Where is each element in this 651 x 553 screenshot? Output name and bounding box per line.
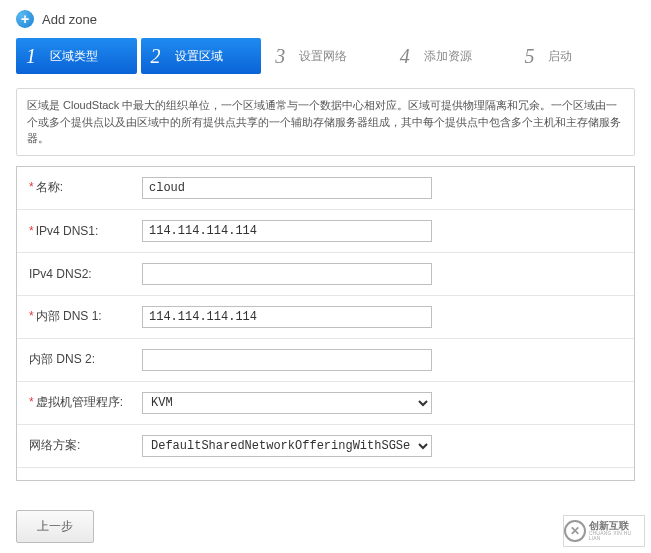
watermark-badge: ✕ 创新互联 CHUANG XIN HU LIAN	[563, 515, 645, 547]
row-ipv4-dns1: *IPv4 DNS1:	[17, 210, 634, 253]
row-hypervisor: *虚拟机管理程序: KVM	[17, 382, 634, 425]
required-marker: *	[29, 309, 34, 323]
input-internal-dns2[interactable]	[142, 349, 432, 371]
label-network-offering: 网络方案:	[29, 437, 134, 454]
previous-button[interactable]: 上一步	[16, 510, 94, 543]
row-internal-dns2: 内部 DNS 2:	[17, 339, 634, 382]
step-number: 5	[524, 45, 534, 68]
step-launch[interactable]: 5 启动	[514, 38, 635, 74]
step-number: 4	[400, 45, 410, 68]
required-marker: *	[29, 224, 34, 238]
step-add-resources[interactable]: 4 添加资源	[390, 38, 511, 74]
page-header: + Add zone	[0, 0, 651, 34]
select-hypervisor[interactable]: KVM	[142, 392, 432, 414]
row-network-offering: 网络方案: DefaultSharedNetworkOfferingWithSG…	[17, 425, 634, 468]
step-setup-zone[interactable]: 2 设置区域	[141, 38, 262, 74]
label-name: *名称:	[29, 179, 134, 196]
row-extra	[17, 468, 634, 481]
step-label: 区域类型	[50, 48, 98, 65]
input-ipv4-dns1[interactable]	[142, 220, 432, 242]
wizard-footer: 上一步 取消	[0, 510, 651, 543]
required-marker: *	[29, 180, 34, 194]
input-name[interactable]	[142, 177, 432, 199]
step-label: 添加资源	[424, 48, 472, 65]
step-label: 设置网络	[299, 48, 347, 65]
step-setup-network[interactable]: 3 设置网络	[265, 38, 386, 74]
required-marker: *	[29, 395, 34, 409]
page-title: Add zone	[42, 12, 97, 27]
form-container[interactable]: *名称: *IPv4 DNS1: IPv4 DNS2: *内部 DNS 1: 内	[16, 166, 635, 481]
input-internal-dns1[interactable]	[142, 306, 432, 328]
row-ipv4-dns2: IPv4 DNS2:	[17, 253, 634, 296]
step-number: 2	[151, 45, 161, 68]
step-label: 启动	[548, 48, 572, 65]
step-number: 3	[275, 45, 285, 68]
row-internal-dns1: *内部 DNS 1:	[17, 296, 634, 339]
label-ipv4-dns2: IPv4 DNS2:	[29, 267, 134, 281]
step-label: 设置区域	[175, 48, 223, 65]
select-network-offering[interactable]: DefaultSharedNetworkOfferingWithSGServic…	[142, 435, 432, 457]
watermark-icon: ✕	[564, 520, 586, 542]
label-ipv4-dns1: *IPv4 DNS1:	[29, 224, 134, 238]
zone-description: 区域是 CloudStack 中最大的组织单位，一个区域通常与一个数据中心相对应…	[16, 88, 635, 156]
label-internal-dns1: *内部 DNS 1:	[29, 308, 134, 325]
watermark-en: CHUANG XIN HU LIAN	[589, 531, 644, 541]
label-internal-dns2: 内部 DNS 2:	[29, 351, 134, 368]
plus-icon: +	[16, 10, 34, 28]
step-number: 1	[26, 45, 36, 68]
row-name: *名称:	[17, 167, 634, 210]
label-hypervisor: *虚拟机管理程序:	[29, 394, 134, 411]
input-ipv4-dns2[interactable]	[142, 263, 432, 285]
wizard-steps: 1 区域类型 2 设置区域 3 设置网络 4 添加资源 5 启动	[0, 34, 651, 84]
step-zone-type[interactable]: 1 区域类型	[16, 38, 137, 74]
